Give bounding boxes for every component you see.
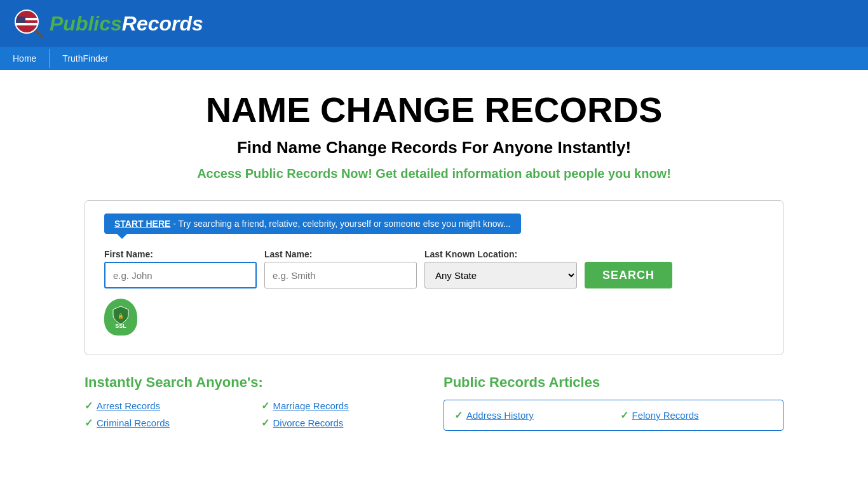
ssl-badge: 🔒 SSL [104, 299, 764, 336]
checkmark-icon: ✓ [261, 400, 269, 412]
last-name-label: Last Name: [264, 249, 417, 259]
checkmark-icon: ✓ [85, 400, 93, 412]
logo-publics: Publics [50, 12, 122, 35]
state-select[interactable]: Any State Alabama Alaska Arizona Califor… [424, 262, 577, 288]
articles-grid: ✓ Address History ✓ Felony Records [454, 409, 773, 421]
first-name-label: First Name: [104, 249, 257, 259]
left-section: Instantly Search Anyone's: ✓ Arrest Reco… [85, 374, 424, 431]
main-content: NAME CHANGE RECORDS Find Name Change Rec… [0, 70, 868, 463]
checkmark-icon: ✓ [620, 409, 628, 421]
last-name-group: Last Name: [264, 249, 417, 288]
location-group: Last Known Location: Any State Alabama A… [424, 249, 577, 288]
site-header: PublicsRecords [0, 0, 868, 47]
bottom-sections: Instantly Search Anyone's: ✓ Arrest Reco… [85, 374, 783, 444]
checkmark-icon: ✓ [85, 417, 93, 429]
divorce-records-link[interactable]: Divorce Records [273, 417, 344, 428]
nav-home[interactable]: Home [0, 47, 49, 70]
articles-box: ✓ Address History ✓ Felony Records [444, 400, 783, 431]
main-nav: Home TruthFinder [0, 47, 868, 70]
checkmark-icon: ✓ [261, 417, 269, 429]
list-item: ✓ Arrest Records [85, 400, 248, 412]
location-label: Last Known Location: [424, 249, 577, 259]
last-name-input[interactable] [264, 262, 417, 288]
list-item: ✓ Criminal Records [85, 417, 248, 429]
start-here-banner: START HERE - Try searching a friend, rel… [104, 214, 521, 234]
left-section-title: Instantly Search Anyone's: [85, 374, 424, 391]
marriage-records-link[interactable]: Marriage Records [273, 400, 349, 411]
arrest-records-link[interactable]: Arrest Records [97, 400, 160, 411]
svg-line-4 [34, 29, 42, 37]
page-tagline: Access Public Records Now! Get detailed … [13, 166, 855, 181]
search-container: START HERE - Try searching a friend, rel… [85, 200, 783, 355]
search-form-row: First Name: Last Name: Last Known Locati… [104, 249, 764, 288]
logo-records: Records [122, 12, 203, 35]
svg-rect-2 [15, 23, 38, 25]
logo-icon [13, 8, 44, 39]
logo[interactable]: PublicsRecords [13, 8, 203, 39]
banner-text: - Try searching a friend, relative, cele… [170, 219, 510, 229]
svg-rect-3 [15, 17, 25, 23]
list-item: ✓ Divorce Records [261, 417, 425, 429]
svg-text:🔒: 🔒 [118, 313, 124, 319]
first-name-group: First Name: [104, 249, 257, 288]
logo-text: PublicsRecords [50, 12, 203, 36]
ssl-shield: 🔒 SSL [104, 299, 137, 336]
list-item: ✓ Address History [454, 409, 607, 421]
page-subtitle: Find Name Change Records For Anyone Inst… [13, 138, 855, 158]
page-title: NAME CHANGE RECORDS [13, 89, 855, 130]
felony-records-link[interactable]: Felony Records [632, 410, 699, 421]
banner-bold: START HERE [114, 219, 170, 229]
first-name-input[interactable] [104, 262, 257, 288]
right-section: Public Records Articles ✓ Address Histor… [444, 374, 783, 431]
list-item: ✓ Marriage Records [261, 400, 425, 412]
links-grid: ✓ Arrest Records ✓ Marriage Records ✓ Cr… [85, 400, 424, 429]
list-item: ✓ Felony Records [620, 409, 773, 421]
criminal-records-link[interactable]: Criminal Records [97, 417, 170, 428]
nav-truthfinder[interactable]: TruthFinder [50, 47, 121, 70]
address-history-link[interactable]: Address History [466, 410, 534, 421]
checkmark-icon: ✓ [454, 409, 463, 421]
search-button[interactable]: SEARCH [585, 262, 672, 288]
right-section-title: Public Records Articles [444, 374, 783, 391]
